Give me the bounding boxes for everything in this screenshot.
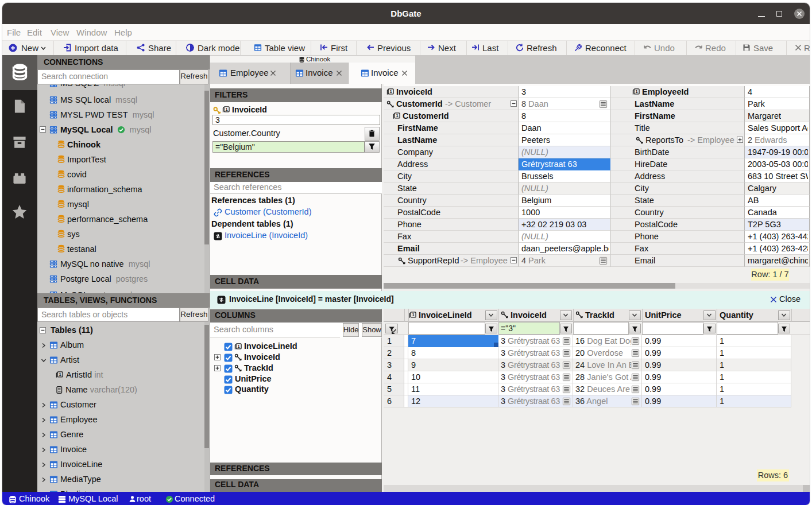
svg-text:1: 1 bbox=[396, 113, 399, 118]
svg-text:1: 1 bbox=[238, 344, 240, 349]
svg-text:1: 1 bbox=[412, 312, 415, 317]
svg-text:1: 1 bbox=[59, 372, 61, 377]
svg-text:1: 1 bbox=[636, 89, 638, 94]
svg-text:1: 1 bbox=[390, 89, 392, 94]
svg-text:1: 1 bbox=[226, 107, 228, 112]
